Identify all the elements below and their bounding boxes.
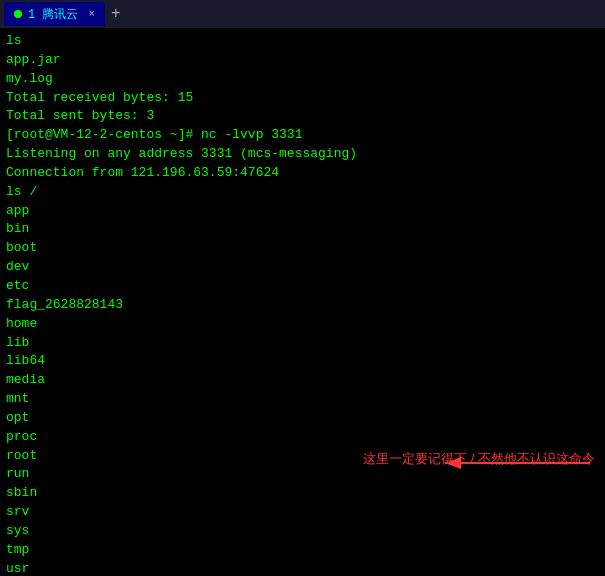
tab-label: 1 腾讯云 [28, 6, 78, 23]
terminal-line: proc [6, 428, 599, 447]
tab-bar: 1 腾讯云 × + [0, 0, 605, 28]
terminal-line: opt [6, 409, 599, 428]
terminal-line: dev [6, 258, 599, 277]
terminal-line: usr [6, 560, 599, 576]
terminal-line: Total sent bytes: 3 [6, 107, 599, 126]
terminal-line: lib [6, 334, 599, 353]
terminal-line: my.log [6, 70, 599, 89]
terminal-line: ls [6, 32, 599, 51]
terminal-line: sys [6, 522, 599, 541]
terminal-line: mnt [6, 390, 599, 409]
tab-add-icon[interactable]: + [111, 5, 121, 23]
terminal-line: bin [6, 220, 599, 239]
terminal-line: Total received bytes: 15 [6, 89, 599, 108]
terminal-line: ls / [6, 183, 599, 202]
terminal-line: [root@VM-12-2-centos ~]# nc -lvvp 3331 [6, 126, 599, 145]
terminal-line: sbin [6, 484, 599, 503]
terminal-line: srv [6, 503, 599, 522]
annotation-label: 这里一定要记得下 / 不然他不认识这命令 [363, 450, 595, 468]
terminal-line: flag_2628828143 [6, 296, 599, 315]
tab-1[interactable]: 1 腾讯云 × [4, 2, 105, 26]
tab-close-icon[interactable]: × [88, 8, 95, 20]
terminal-line: app [6, 202, 599, 221]
terminal-line: boot [6, 239, 599, 258]
terminal-line: etc [6, 277, 599, 296]
tab-dot [14, 10, 22, 18]
annotation-text: 这里一定要记得下 / 不然他不认识这命令 [363, 450, 595, 468]
terminal: lsapp.jarmy.logTotal received bytes: 15T… [0, 28, 605, 576]
terminal-line: home [6, 315, 599, 334]
terminal-line: Connection from 121.196.63.59:47624 [6, 164, 599, 183]
terminal-line: app.jar [6, 51, 599, 70]
terminal-line: Listening on any address 3331 (mcs-messa… [6, 145, 599, 164]
terminal-line: tmp [6, 541, 599, 560]
terminal-line: media [6, 371, 599, 390]
terminal-line: lib64 [6, 352, 599, 371]
